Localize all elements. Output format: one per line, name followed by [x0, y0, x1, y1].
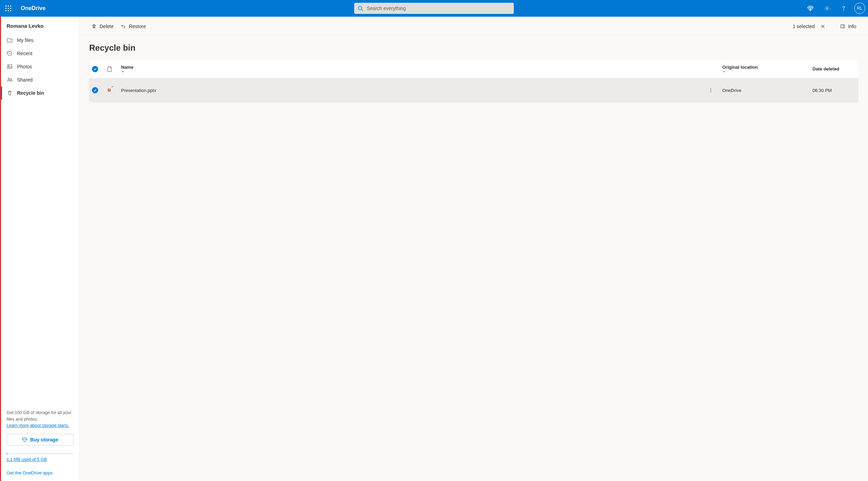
app-launcher-button[interactable]	[0, 0, 17, 17]
file-location: OneDrive	[720, 78, 810, 102]
folder-icon	[7, 37, 13, 43]
close-icon	[820, 24, 825, 29]
clock-icon	[7, 50, 13, 57]
command-bar: Delete Restore 1 selected Info	[79, 18, 868, 35]
select-all-header[interactable]	[89, 60, 104, 78]
file-name[interactable]: Presentation.pptx	[118, 78, 706, 102]
promo-text: Get 100 GB of storage for all your files…	[7, 410, 71, 422]
header-actions: RL	[803, 0, 868, 17]
svg-point-17	[10, 78, 12, 80]
clear-selection-button[interactable]	[819, 23, 827, 30]
buy-storage-button[interactable]: Buy storage	[7, 434, 74, 446]
svg-point-1	[8, 5, 9, 7]
info-button[interactable]: Info	[836, 22, 860, 31]
sidebar-item-label: Shared	[17, 77, 33, 83]
diamond-icon	[22, 437, 27, 442]
svg-point-4	[8, 8, 9, 9]
help-button[interactable]	[836, 0, 851, 17]
trash-icon	[91, 24, 97, 29]
chevron-down-icon	[722, 70, 807, 73]
svg-point-25	[710, 88, 711, 89]
svg-point-27	[710, 91, 711, 92]
svg-point-9	[358, 6, 362, 10]
restore-button[interactable]: Restore	[117, 22, 149, 31]
page-title: Recycle bin	[79, 35, 868, 60]
sidebar-user-name: Romana Levko	[1, 17, 79, 34]
column-name-header[interactable]: Name	[118, 60, 706, 78]
sidebar-item-recyclebin[interactable]: Recycle bin	[1, 86, 79, 100]
column-date-header[interactable]: Date deleted	[810, 60, 858, 78]
powerpoint-icon: P ⠋	[107, 87, 113, 93]
sidebar-item-shared[interactable]: Shared	[1, 73, 79, 86]
row-checkbox[interactable]	[92, 87, 98, 93]
waffle-icon	[5, 5, 11, 11]
table-row[interactable]: P ⠋ Presentation.pptx OneDrive	[89, 78, 858, 102]
svg-rect-20	[841, 25, 844, 28]
column-location-header[interactable]: Original location	[720, 60, 810, 78]
checkmark-icon	[92, 66, 98, 72]
svg-point-6	[5, 10, 7, 11]
more-vertical-icon	[708, 88, 713, 93]
buy-storage-label: Buy storage	[30, 437, 58, 442]
sidebar-item-label: My files	[17, 37, 33, 43]
undo-icon	[120, 24, 126, 29]
image-icon	[7, 64, 13, 70]
svg-point-0	[5, 5, 7, 7]
search-icon	[358, 6, 363, 11]
search-input[interactable]	[354, 3, 514, 14]
file-date: 06:30 PM	[810, 78, 858, 102]
svg-point-16	[8, 78, 10, 80]
svg-point-3	[5, 8, 7, 9]
svg-line-10	[361, 9, 363, 11]
storage-meter	[7, 453, 74, 454]
svg-text:P: P	[109, 88, 110, 91]
main-content: Delete Restore 1 selected Info	[79, 17, 868, 481]
restore-label: Restore	[129, 24, 146, 29]
svg-point-11	[826, 8, 828, 9]
delete-label: Delete	[100, 24, 113, 29]
storage-promo: Get 100 GB of storage for all your files…	[1, 410, 79, 429]
info-pane-icon	[840, 24, 845, 29]
user-avatar[interactable]: RL	[854, 3, 865, 14]
sidebar-item-label: Recycle bin	[17, 90, 44, 96]
sidebar: Romana Levko My files Recent Photos Shar…	[1, 17, 79, 481]
brand-name[interactable]: OneDrive	[17, 5, 50, 11]
app-header: OneDrive RL	[0, 0, 868, 17]
question-icon	[841, 5, 847, 11]
diamond-icon	[807, 5, 814, 11]
row-more-button[interactable]	[708, 81, 717, 99]
info-label: Info	[848, 24, 856, 29]
svg-rect-14	[8, 65, 12, 69]
file-table: Name Original location Date deleted	[89, 60, 858, 102]
promo-link[interactable]: Learn more about storage plans.	[7, 423, 69, 428]
svg-point-5	[10, 8, 11, 9]
sidebar-item-label: Photos	[17, 64, 32, 69]
people-icon	[7, 77, 13, 83]
sidebar-item-myfiles[interactable]: My files	[1, 34, 79, 47]
search-container	[354, 3, 514, 14]
svg-point-7	[8, 10, 9, 11]
sidebar-item-recent[interactable]: Recent	[1, 47, 79, 60]
settings-button[interactable]	[819, 0, 835, 17]
recycle-icon	[7, 90, 13, 96]
svg-point-26	[710, 90, 711, 91]
gear-icon	[824, 5, 830, 11]
svg-point-2	[10, 5, 11, 7]
sidebar-item-label: Recent	[17, 51, 32, 56]
premium-button[interactable]	[803, 0, 818, 17]
file-icon	[107, 66, 112, 72]
svg-point-15	[8, 66, 9, 66]
sidebar-item-photos[interactable]: Photos	[1, 60, 79, 73]
svg-point-12	[843, 10, 844, 10]
get-apps-link[interactable]: Get the OneDrive apps	[1, 462, 79, 481]
file-type-header	[104, 60, 118, 78]
storage-used-link[interactable]: 1.1 MB used of 5 GB	[1, 456, 79, 462]
selection-count: 1 selected	[793, 24, 815, 29]
delete-button[interactable]: Delete	[88, 22, 117, 31]
chevron-down-icon	[121, 70, 703, 73]
svg-point-8	[10, 10, 11, 11]
